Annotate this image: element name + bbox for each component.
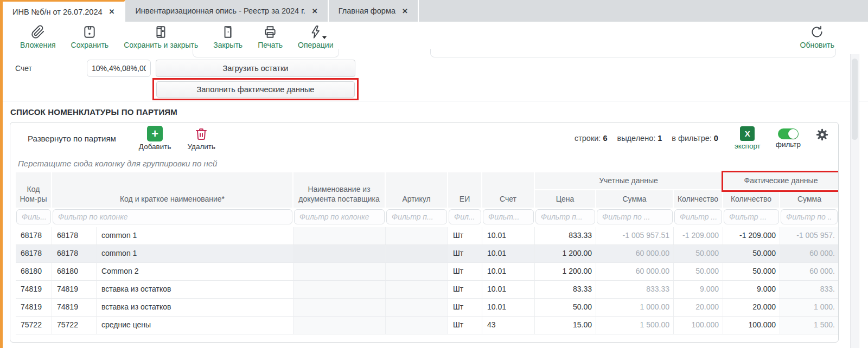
save-button[interactable]: Сохранить: [71, 24, 109, 49]
cell[interactable]: 68180: [52, 263, 97, 280]
filter-input-summa-uch[interactable]: [597, 209, 673, 224]
cell[interactable]: 75722: [52, 317, 97, 334]
close-icon[interactable]: ✕: [312, 7, 318, 15]
close-button[interactable]: Закрыть: [213, 24, 242, 49]
cell[interactable]: 60 000.00: [596, 263, 674, 280]
print-button[interactable]: Печать: [258, 24, 283, 49]
tab-main-form[interactable]: Главная форма ✕: [329, 0, 419, 22]
table-row[interactable]: 7481974819вставка из остатковШт10.0150.0…: [16, 299, 839, 317]
fill-actual-data-button[interactable]: Заполнить фактические данные: [156, 81, 355, 98]
cell[interactable]: Шт: [448, 317, 482, 334]
cell[interactable]: Common 2: [97, 263, 293, 280]
col-header-artikul[interactable]: Артикул: [386, 172, 448, 208]
cell[interactable]: 74819: [52, 299, 97, 316]
cell[interactable]: 833.: [780, 281, 839, 298]
close-icon[interactable]: ✕: [402, 7, 408, 15]
cell[interactable]: [386, 299, 448, 316]
scrollbar-thumb[interactable]: [852, 59, 858, 140]
cell[interactable]: -1 005 957.: [780, 227, 839, 244]
cell[interactable]: 20.000: [674, 299, 723, 316]
cell[interactable]: Шт: [448, 227, 482, 244]
table-row[interactable]: 6817868178common 1Шт10.01833.33-1 005 95…: [16, 227, 839, 245]
col-header-kol-fact[interactable]: Количество: [723, 190, 780, 208]
cell[interactable]: 50.00: [535, 299, 596, 316]
cell[interactable]: Шт: [448, 299, 482, 316]
cell[interactable]: 10.01: [482, 263, 535, 280]
delete-row-button[interactable]: Удалить: [188, 126, 216, 151]
cell[interactable]: 68178: [16, 227, 52, 244]
cell[interactable]: 10.01: [482, 245, 535, 262]
cell[interactable]: [386, 263, 448, 280]
cell[interactable]: [386, 281, 448, 298]
cell[interactable]: 10.01: [482, 281, 535, 298]
cell[interactable]: 50.000: [674, 245, 723, 262]
cell[interactable]: -1 005 957.51: [596, 227, 674, 244]
filter-input-kodname[interactable]: [53, 209, 292, 224]
cell[interactable]: вставка из остатков: [97, 281, 293, 298]
add-row-button[interactable]: + Добавить: [139, 126, 171, 151]
cell[interactable]: 10.01: [482, 227, 535, 244]
toggle-on-icon[interactable]: [778, 128, 799, 139]
account-input[interactable]: [87, 60, 151, 77]
operations-button[interactable]: Операции: [298, 24, 334, 49]
cell[interactable]: 1 200.00: [535, 263, 596, 280]
cell[interactable]: 83.33: [535, 281, 596, 298]
cell[interactable]: 9.000: [723, 281, 780, 298]
table-row[interactable]: 7572275722средние ценыШт4315.001 500.001…: [16, 317, 839, 334]
expand-by-batches-label[interactable]: Развернуто по партиям: [28, 134, 116, 143]
cell[interactable]: [386, 317, 448, 334]
cell[interactable]: common 1: [97, 245, 293, 262]
cell[interactable]: [293, 281, 386, 298]
attachments-button[interactable]: Вложения: [20, 24, 56, 49]
col-header-kol-uch[interactable]: Количество: [674, 190, 723, 208]
filter-input-kol-fact[interactable]: [724, 209, 779, 224]
cell[interactable]: 20.000: [723, 299, 780, 316]
cell[interactable]: 74819: [16, 281, 52, 298]
col-header-docname[interactable]: Наименование из документа поставщика: [293, 172, 386, 208]
cell[interactable]: 60 000.: [780, 245, 839, 262]
vertical-scrollbar[interactable]: [850, 54, 859, 348]
cell[interactable]: вставка из остатков: [97, 299, 293, 316]
cell[interactable]: 833.33: [535, 227, 596, 244]
cell[interactable]: средние цены: [97, 317, 293, 334]
cell[interactable]: Шт: [448, 263, 482, 280]
cell[interactable]: 75722: [16, 317, 52, 334]
col-header-cena[interactable]: Цена: [535, 190, 596, 208]
cell[interactable]: -1 209.000: [674, 227, 723, 244]
col-header-kodname[interactable]: Код и краткое наименование*: [52, 172, 293, 208]
cell[interactable]: Шт: [448, 281, 482, 298]
cell[interactable]: 1 200.00: [535, 245, 596, 262]
tab-inventory-doc[interactable]: ИНВ №б/н от 26.07.2024 ✕: [3, 0, 125, 22]
cell[interactable]: 1 500.: [780, 317, 839, 334]
filter-input-cena[interactable]: [535, 209, 595, 224]
cell[interactable]: 10.01: [482, 299, 535, 316]
cell[interactable]: 1 500.00: [596, 317, 674, 334]
cell[interactable]: 1 000.00: [596, 299, 674, 316]
refresh-button[interactable]: Обновить: [800, 24, 834, 49]
col-header-ei[interactable]: ЕИ: [448, 172, 482, 208]
filter-input-artikul[interactable]: [386, 209, 447, 224]
table-row[interactable]: 6818068180Common 2Шт10.011 200.0060 000.…: [16, 263, 839, 281]
cell[interactable]: 833.33: [596, 281, 674, 298]
filter-input-kodnom[interactable]: [16, 209, 51, 224]
cell[interactable]: 68178: [52, 245, 97, 262]
col-header-summa-fact[interactable]: Сумма: [780, 190, 839, 208]
cell[interactable]: 50.000: [674, 263, 723, 280]
filter-input-kol-uch[interactable]: [674, 209, 722, 224]
group-by-hint[interactable]: Перетащите сюда колонку для группировки …: [10, 154, 838, 172]
tab-inventory-register[interactable]: Инвентаризационная опись - Реестр за 202…: [125, 0, 328, 22]
filter-input-ei[interactable]: [449, 209, 481, 224]
cell[interactable]: -1 209.000: [723, 227, 780, 244]
filter-input-docname[interactable]: [294, 209, 385, 224]
cell[interactable]: 68178: [52, 227, 97, 244]
close-icon[interactable]: ✕: [109, 8, 115, 16]
filter-input-schet[interactable]: [483, 209, 534, 224]
table-row[interactable]: 6817868178common 1Шт10.011 200.0060 000.…: [16, 245, 839, 263]
cell[interactable]: 74819: [16, 299, 52, 316]
col-header-schet[interactable]: Счет: [482, 172, 535, 208]
cell[interactable]: [293, 263, 386, 280]
group-header-accounting[interactable]: Учетные данные: [535, 172, 723, 190]
cell[interactable]: 100.000: [674, 317, 723, 334]
col-header-kodnom[interactable]: Код Ном-ры: [16, 172, 52, 208]
cell[interactable]: 68178: [16, 245, 52, 262]
